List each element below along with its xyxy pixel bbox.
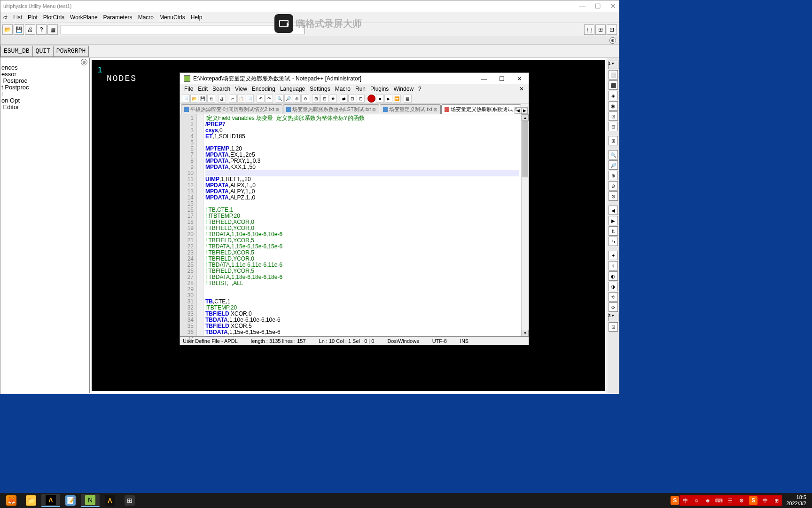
menu-plugins[interactable]: Plugins — [368, 86, 391, 92]
code-line[interactable]: TBDATA,1,10e-6,10e-6,10e-6 — [205, 317, 519, 323]
cmdbar-quit[interactable]: QUIT — [32, 46, 54, 57]
right-tool-12[interactable]: ⊖ — [609, 181, 618, 190]
toolbar-btn-1[interactable]: 📂 — [190, 95, 198, 103]
toolbar-btn-23[interactable]: ⇄ — [340, 95, 348, 103]
right-tool-15[interactable]: ◀ — [609, 206, 618, 215]
tree-item[interactable]: essor — [1, 71, 88, 78]
view-select-1[interactable]: 1 ▾ — [608, 61, 618, 69]
menu-window[interactable]: Window — [391, 86, 416, 92]
sogou-ime-icon[interactable]: S — [671, 496, 679, 505]
right-tool-13[interactable]: ⊙ — [609, 191, 618, 201]
toolbar-btn-12[interactable]: ↷ — [265, 95, 273, 103]
scroll-up-icon[interactable]: ▲ — [522, 114, 529, 121]
right-tool-0[interactable]: ⬜ — [609, 70, 618, 79]
tab-2[interactable]: 场变量定义测试.txt⊠ — [380, 104, 441, 114]
taskbar-clock[interactable]: 18:5 2022/3/2 — [782, 494, 810, 507]
menu-run[interactable]: Run — [353, 86, 368, 92]
right-tool-18[interactable]: ⇆ — [609, 237, 618, 246]
menu-language[interactable]: Language — [278, 86, 307, 92]
right-tool-5[interactable]: ⊟ — [609, 122, 618, 131]
cmdbar-powrgrph[interactable]: POWRGRPH — [53, 46, 89, 57]
tray-icon-2[interactable]: ☻ — [704, 497, 711, 504]
system-tray[interactable]: 中 ☺ ☻ ⌨ ☰ ⚙ S 中 ⊞ — [679, 495, 782, 506]
menu-search[interactable]: Search — [210, 86, 233, 92]
taskbar-notes[interactable]: 📝 — [61, 494, 80, 507]
apps-icon[interactable]: ⊞ — [773, 497, 780, 504]
ansys-titlebar[interactable]: ultiphysics Utility Menu (test1) — ☐ ✕ — [0, 0, 619, 12]
tab-prev-icon[interactable]: ◀ — [515, 107, 521, 114]
menu-parameters[interactable]: Parameters — [101, 14, 135, 21]
code-line[interactable]: !TBTEMP,20 — [205, 305, 519, 311]
taskbar-notepadpp[interactable]: N — [81, 494, 100, 507]
fold-gutter[interactable] — [197, 114, 203, 336]
right-tool-last[interactable]: ⊡ — [609, 322, 618, 332]
minimize-button[interactable]: — — [579, 2, 586, 10]
taskbar-taskview[interactable]: ⊞ — [120, 494, 139, 507]
taskbar-ansys[interactable]: Λ — [41, 494, 60, 507]
tab-close-icon[interactable]: ⊠ — [275, 107, 279, 112]
right-tool-2[interactable]: ◈ — [609, 91, 618, 100]
toolbar-btn-11[interactable]: ↶ — [257, 95, 265, 103]
npp-titlebar[interactable]: E:\Notepad\场变量定义热膨胀系数测试 - Notepad++ [Adm… — [180, 73, 529, 84]
menu-macro[interactable]: Macro — [135, 14, 156, 21]
ansys-tree[interactable]: ⊗ encesessor Postproct Postproclon Opt E… — [0, 58, 90, 393]
toolbar-btn-15[interactable]: 🔎 — [284, 95, 292, 103]
cmdbar-esum_db[interactable]: ESUM_DB — [0, 46, 33, 57]
expand-icon[interactable]: ⊕ — [609, 37, 616, 44]
code-line[interactable]: /PREP7 — [205, 121, 519, 127]
toolbar-btn-32[interactable]: ▦ — [404, 95, 412, 103]
tray-icon-1[interactable]: ☺ — [693, 497, 700, 504]
screen-recorder-overlay[interactable]: 嗨格式录屏大师 — [274, 14, 362, 33]
tree-item[interactable]: ences — [1, 64, 88, 71]
tab-close-icon[interactable]: ⊠ — [434, 107, 437, 112]
menu-?[interactable]: ? — [416, 86, 424, 92]
recorder-icon[interactable] — [274, 14, 293, 33]
code-line[interactable] — [205, 201, 519, 207]
tree-item[interactable]: Editor — [1, 104, 88, 111]
code-line[interactable]: ! TB,CTE,1 — [205, 207, 519, 213]
right-tool-3[interactable]: ◉ — [609, 101, 618, 111]
toolbar-btn-17[interactable]: ⊖ — [301, 95, 309, 103]
menu-ct[interactable]: ct — [0, 14, 10, 21]
tree-close-icon[interactable]: ⊗ — [81, 59, 87, 65]
maximize-button[interactable]: ☐ — [595, 2, 601, 10]
toolbar-btn-9[interactable]: 📄 — [246, 95, 254, 103]
toolbar-btn-0[interactable]: 📄 — [182, 95, 190, 103]
menu-file[interactable]: File — [182, 86, 195, 92]
code-line[interactable]: ! TBLIST, ,ALL — [205, 280, 519, 286]
code-line[interactable]: TBDATA,1,15e-6,15e-6,15e-6 — [205, 329, 519, 335]
code-line[interactable]: TBLIST, ,ALL — [205, 335, 519, 336]
menu-view[interactable]: View — [233, 86, 250, 92]
code-line[interactable] — [205, 140, 519, 146]
ime-indicator[interactable]: 中 — [681, 497, 689, 504]
scroll-down-icon[interactable]: ▼ — [522, 330, 529, 336]
toolbar-btn-24[interactable]: ⊡ — [348, 95, 356, 103]
menu-encoding[interactable]: Encoding — [250, 86, 278, 92]
menu-help[interactable]: Help — [188, 14, 205, 21]
code-line[interactable] — [205, 286, 519, 293]
code-line[interactable] — [205, 170, 519, 176]
minimize-button[interactable]: — — [478, 74, 490, 83]
taskbar-ansys2[interactable]: Λ — [101, 494, 119, 507]
menubar-close-icon[interactable]: ✕ — [516, 86, 527, 92]
right-tool-11[interactable]: ⊕ — [609, 171, 618, 180]
right-tool-7[interactable]: ⊞ — [609, 136, 618, 145]
code-line[interactable]: ET,1,SOLID185 — [205, 134, 519, 140]
toolbar-btn-28[interactable]: ■ — [376, 95, 384, 103]
toolbar-btn-8[interactable]: 📋 — [237, 95, 245, 103]
right-tool-17[interactable]: ⇅ — [609, 226, 618, 236]
tree-item[interactable]: l — [1, 91, 88, 97]
print-icon[interactable]: 🖨 — [25, 24, 35, 35]
menu-settings[interactable]: Settings — [307, 86, 332, 92]
menu-macro[interactable]: Macro — [333, 86, 353, 92]
toolbar-btn-21[interactable]: 👁 — [329, 95, 337, 103]
toolbar-btn-20[interactable]: ⊟ — [320, 95, 328, 103]
close-button[interactable]: ✕ — [610, 2, 616, 10]
code-line[interactable] — [205, 293, 519, 299]
scroll-thumb[interactable] — [523, 121, 528, 177]
toolbar-btn-7[interactable]: ✂ — [229, 95, 237, 103]
sogou-ime-icon-2[interactable]: S — [749, 496, 757, 505]
tab-3[interactable]: 场变量定义热膨胀系数测试⊠ — [441, 104, 521, 114]
tool-icon-3[interactable]: ⊡ — [607, 24, 617, 35]
toolbar-btn-16[interactable]: ⊕ — [293, 95, 301, 103]
